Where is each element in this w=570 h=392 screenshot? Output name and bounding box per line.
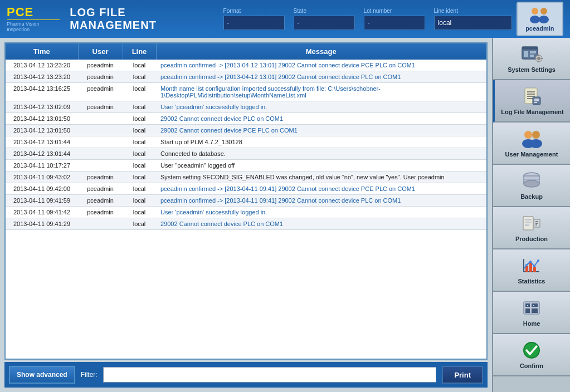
cell-line: local xyxy=(123,195,156,207)
backup-icon xyxy=(520,171,543,191)
table-row: 2013-04-11 09:42:00pceadminlocalpceadmin… xyxy=(6,183,486,195)
log-file-icon xyxy=(522,86,544,106)
table-header-row: Time User Line Message xyxy=(6,43,486,60)
table-row: 2013-04-12 13:16:25pceadminlocalMonth na… xyxy=(6,83,486,101)
sidebar-item-backup[interactable]: Backup xyxy=(493,165,570,207)
cell-time: 2013-04-11 10:17:27 xyxy=(6,160,78,171)
table-scroll[interactable]: Time User Line Message 2013-04-12 13:23:… xyxy=(6,43,486,359)
col-message: Message xyxy=(156,43,486,60)
svg-rect-5 xyxy=(522,47,538,50)
cell-user: pceadmin xyxy=(78,101,123,113)
cell-line: local xyxy=(123,125,156,136)
log-table: Time User Line Message 2013-04-12 13:23:… xyxy=(6,43,486,230)
cell-user xyxy=(78,113,123,125)
format-label: Format xyxy=(223,8,285,14)
cell-time: 2013-04-12 13:01:50 xyxy=(6,113,78,125)
svg-point-2 xyxy=(540,8,547,14)
svg-point-26 xyxy=(532,131,540,139)
cell-message: pceadmin confirmed -> [2013-04-12 13:01]… xyxy=(156,60,486,71)
svg-rect-12 xyxy=(538,61,539,62)
table-row: 2013-04-12 13:23:20pceadminlocalpceadmin… xyxy=(6,60,486,71)
svg-point-1 xyxy=(530,16,540,23)
cell-user xyxy=(78,160,123,171)
table-row: 2013-04-11 09:41:29local29002 Cannot con… xyxy=(6,218,486,230)
cell-line: local xyxy=(123,60,156,71)
cell-line: local xyxy=(123,160,156,171)
cell-line: local xyxy=(123,148,156,160)
table-row: 2013-04-12 13:01:44localStart up of PLM … xyxy=(6,136,486,148)
cell-message: User 'pceadmin' successfully logged in. xyxy=(156,207,486,218)
cell-user: pceadmin xyxy=(78,83,123,101)
svg-rect-8 xyxy=(530,55,534,57)
cell-time: 2013-04-12 13:23:20 xyxy=(6,60,78,71)
sidebar: System Settings Log File Management xyxy=(492,38,570,392)
col-user: User xyxy=(78,43,123,60)
sidebar-item-user-management[interactable]: User Management xyxy=(493,122,570,165)
table-row: 2013-04-12 13:01:44localConnected to dat… xyxy=(6,148,486,160)
lot-label: Lot number xyxy=(364,8,425,14)
system-settings-icon xyxy=(520,44,543,64)
cell-line: local xyxy=(123,101,156,113)
sidebar-item-system-settings[interactable]: System Settings xyxy=(493,38,570,80)
cell-user: pceadmin xyxy=(78,60,123,71)
svg-rect-14 xyxy=(541,58,543,59)
cell-user: pceadmin xyxy=(78,71,123,83)
svg-rect-54 xyxy=(527,305,528,306)
svg-point-47 xyxy=(533,265,535,267)
cell-message: 29002 Cannot connect device PCE PLC on C… xyxy=(156,125,486,136)
cell-message: pceadmin confirmed -> [2013-04-12 13:01]… xyxy=(156,71,486,83)
cell-time: 2013-04-11 09:41:29 xyxy=(6,218,78,230)
cell-user: pceadmin xyxy=(78,195,123,207)
sidebar-item-home[interactable]: Home xyxy=(493,292,570,334)
state-label: State xyxy=(294,8,355,14)
cell-time: 2013-04-11 09:41:59 xyxy=(6,195,78,207)
show-advanced-button[interactable]: Show advanced xyxy=(9,366,75,384)
cell-user xyxy=(78,148,123,160)
svg-point-45 xyxy=(525,264,528,266)
cell-time: 2013-04-11 09:43:02 xyxy=(6,171,78,183)
state-input[interactable] xyxy=(294,16,355,30)
sidebar-item-statistics[interactable]: Statistics xyxy=(493,249,570,292)
table-row: 2013-04-11 10:17:27localUser "pceadmin" … xyxy=(6,160,486,171)
cell-message: System setting SECOND_SIG_ENABLED was ch… xyxy=(156,171,486,183)
svg-rect-11 xyxy=(538,55,539,56)
user-avatar-icon xyxy=(527,6,553,24)
state-field: State xyxy=(294,8,355,30)
svg-rect-35 xyxy=(525,224,529,226)
lot-input[interactable] xyxy=(364,16,425,30)
svg-rect-52 xyxy=(525,308,530,313)
sidebar-item-production[interactable]: Production xyxy=(493,207,570,249)
cell-time: 2013-04-11 09:42:00 xyxy=(6,183,78,195)
svg-rect-6 xyxy=(524,51,528,57)
cell-time: 2013-04-12 13:01:44 xyxy=(6,136,78,148)
log-table-wrapper: Time User Line Message 2013-04-12 13:23:… xyxy=(4,42,488,360)
table-row: 2013-04-12 13:02:09pceadminlocalUser 'pc… xyxy=(6,101,486,113)
production-icon xyxy=(520,213,543,233)
filter-input[interactable] xyxy=(103,367,437,383)
svg-point-27 xyxy=(530,139,542,148)
lot-field: Lot number xyxy=(364,8,425,30)
format-field: Format xyxy=(223,8,285,30)
cell-message: User "pceadmin" logged off xyxy=(156,160,486,171)
sidebar-item-user-management-label: User Management xyxy=(505,151,558,158)
print-button[interactable]: Print xyxy=(442,366,483,384)
cell-line: local xyxy=(123,207,156,218)
svg-rect-34 xyxy=(525,222,532,223)
svg-point-0 xyxy=(532,8,538,14)
svg-rect-44 xyxy=(533,267,536,272)
cell-message: Connected to database. xyxy=(156,148,486,160)
header-fields: Format State Lot number Line ident xyxy=(223,8,512,30)
line-input[interactable] xyxy=(434,16,512,30)
cell-time: 2013-04-12 13:02:09 xyxy=(6,101,78,113)
table-row: 2013-04-11 09:41:42pceadminlocalUser 'pc… xyxy=(6,207,486,218)
svg-rect-51 xyxy=(532,303,538,307)
cell-user: pceadmin xyxy=(78,207,123,218)
confirm-icon xyxy=(520,340,543,360)
cell-message: User 'pceadmin' successfully logged in. xyxy=(156,101,486,113)
format-input[interactable] xyxy=(223,16,285,30)
cell-line: local xyxy=(123,136,156,148)
sidebar-item-log-file-management[interactable]: Log File Management xyxy=(493,80,570,122)
sidebar-item-system-settings-label: System Settings xyxy=(508,66,556,73)
sidebar-item-confirm[interactable]: Confirm xyxy=(493,334,570,376)
cell-user xyxy=(78,218,123,230)
